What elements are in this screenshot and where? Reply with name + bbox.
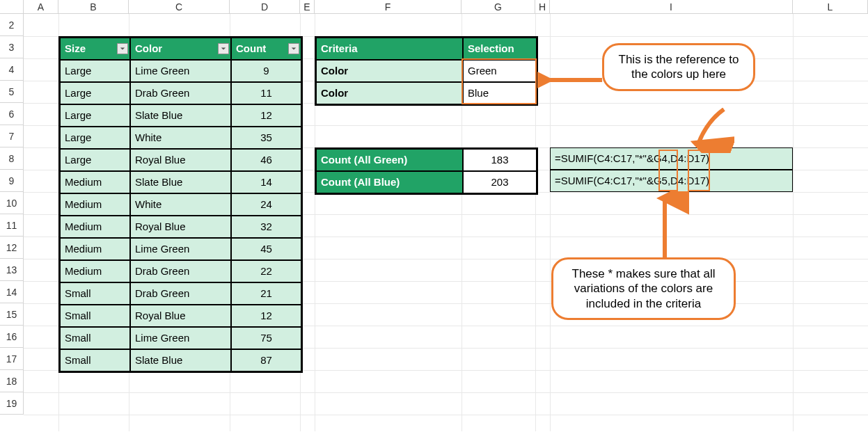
col-header-D[interactable]: D (230, 0, 300, 14)
cell[interactable]: 87 (231, 349, 301, 371)
cell[interactable]: Slate Blue (130, 171, 231, 193)
cell[interactable]: 11 (231, 82, 301, 104)
row-header-11[interactable]: 11 (0, 214, 24, 237)
count-value[interactable]: 183 (463, 149, 537, 171)
row-header-6[interactable]: 6 (0, 103, 24, 125)
formula-cells[interactable]: =SUMIF(C4:C17,"*"&G4,D4:D17) =SUMIF(C4:C… (550, 147, 793, 192)
filter-dropdown-icon[interactable] (117, 43, 128, 54)
cell[interactable]: Slate Blue (130, 104, 231, 127)
formula-cell-I8[interactable]: =SUMIF(C4:C17,"*"&G4,D4:D17) (550, 147, 793, 170)
arrow-icon (537, 66, 603, 94)
arrow-icon (686, 108, 734, 153)
data-table-header-color[interactable]: Color (130, 38, 231, 60)
cell[interactable]: Color (316, 82, 463, 104)
count-table[interactable]: Count (All Green) 183 Count (All Blue) 2… (315, 147, 538, 195)
cell[interactable]: Royal Blue (130, 149, 231, 171)
cell[interactable]: 22 (231, 260, 301, 282)
cell[interactable]: 35 (231, 127, 301, 149)
count-value[interactable]: 203 (463, 171, 537, 193)
cell[interactable]: White (130, 127, 231, 149)
row-header-14[interactable]: 14 (0, 281, 24, 303)
col-header-H[interactable]: H (535, 0, 550, 14)
formula-cell-I9[interactable]: =SUMIF(C4:C17,"*"&G5,D4:D17) (550, 170, 793, 192)
row-header-8[interactable]: 8 (0, 147, 24, 170)
row-header-2[interactable]: 2 (0, 14, 24, 36)
cell[interactable]: 32 (231, 216, 301, 238)
count-label[interactable]: Count (All Green) (316, 149, 463, 171)
callout-wildcard: These * makes sure that all variations o… (551, 257, 736, 320)
row-header-9[interactable]: 9 (0, 170, 24, 192)
col-header-E[interactable]: E (300, 0, 315, 14)
col-header-F[interactable]: F (315, 0, 461, 14)
cell[interactable]: Small (60, 327, 130, 349)
criteria-header[interactable]: Criteria (316, 38, 463, 60)
data-table-header-count[interactable]: Count (231, 38, 301, 60)
row-headers: 2 3 4 5 6 7 8 9 10 11 12 13 14 15 16 17 … (0, 14, 24, 415)
row-header-17[interactable]: 17 (0, 348, 24, 370)
cell[interactable]: Medium (60, 193, 130, 216)
col-header-C[interactable]: C (129, 0, 230, 14)
cell[interactable]: Drab Green (130, 82, 231, 104)
cell[interactable]: Small (60, 282, 130, 305)
row-header-10[interactable]: 10 (0, 192, 24, 214)
cell[interactable]: Medium (60, 216, 130, 238)
filter-dropdown-icon[interactable] (288, 43, 299, 54)
cell[interactable]: White (130, 193, 231, 216)
callout-text: This is the reference to the colors up h… (619, 53, 739, 81)
cell[interactable]: 14 (231, 171, 301, 193)
cell-G4[interactable]: Green (463, 60, 537, 82)
data-table-header-size[interactable]: Size (60, 38, 130, 60)
cell[interactable]: Large (60, 127, 130, 149)
cell[interactable]: 21 (231, 282, 301, 305)
cell[interactable]: Drab Green (130, 282, 231, 305)
row-header-3[interactable]: 3 (0, 36, 24, 58)
row-header-13[interactable]: 13 (0, 259, 24, 281)
spreadsheet[interactable]: A B C D E F G H I L 2 3 4 5 6 7 8 9 10 1… (0, 0, 868, 432)
cell[interactable]: 12 (231, 305, 301, 327)
filter-dropdown-icon[interactable] (218, 43, 229, 54)
cell-G5[interactable]: Blue (463, 82, 537, 104)
cell[interactable]: Royal Blue (130, 216, 231, 238)
cell[interactable]: Slate Blue (130, 349, 231, 371)
row-header-12[interactable]: 12 (0, 237, 24, 259)
row-header-19[interactable]: 19 (0, 392, 24, 415)
row-header-4[interactable]: 4 (0, 58, 24, 81)
cell[interactable]: Small (60, 305, 130, 327)
criteria-table[interactable]: Criteria Selection Color Green Color Blu… (315, 36, 538, 106)
data-table[interactable]: Size Color Count LargeLime Green9 LargeD… (58, 36, 303, 373)
selection-header[interactable]: Selection (463, 38, 537, 60)
cell[interactable]: Large (60, 149, 130, 171)
cell[interactable]: Large (60, 104, 130, 127)
cell[interactable]: Lime Green (130, 238, 231, 260)
col-header-G[interactable]: G (461, 0, 535, 14)
col-header-L[interactable]: L (793, 0, 868, 14)
row-header-7[interactable]: 7 (0, 125, 24, 147)
count-label[interactable]: Count (All Blue) (316, 171, 463, 193)
cell[interactable]: 75 (231, 327, 301, 349)
cell[interactable]: Medium (60, 260, 130, 282)
cell[interactable]: Lime Green (130, 60, 231, 82)
cell[interactable]: Small (60, 349, 130, 371)
row-header-15[interactable]: 15 (0, 303, 24, 326)
col-header-A[interactable]: A (24, 0, 58, 14)
col-header-B[interactable]: B (58, 0, 129, 14)
cell[interactable]: Large (60, 82, 130, 104)
cell[interactable]: Color (316, 60, 463, 82)
row-header-18[interactable]: 18 (0, 370, 24, 392)
col-header-I[interactable]: I (550, 0, 793, 14)
cell[interactable]: 12 (231, 104, 301, 127)
cell[interactable]: 9 (231, 60, 301, 82)
cell[interactable]: 24 (231, 193, 301, 216)
select-all-corner[interactable] (0, 0, 24, 14)
cell[interactable]: Medium (60, 171, 130, 193)
cell[interactable]: Drab Green (130, 260, 231, 282)
cell[interactable]: Medium (60, 238, 130, 260)
cell[interactable]: Lime Green (130, 327, 231, 349)
row-header-5[interactable]: 5 (0, 81, 24, 103)
header-label: Color (135, 42, 162, 54)
cell[interactable]: Royal Blue (130, 305, 231, 327)
cell[interactable]: 45 (231, 238, 301, 260)
cell[interactable]: 46 (231, 149, 301, 171)
cell[interactable]: Large (60, 60, 130, 82)
row-header-16[interactable]: 16 (0, 326, 24, 348)
